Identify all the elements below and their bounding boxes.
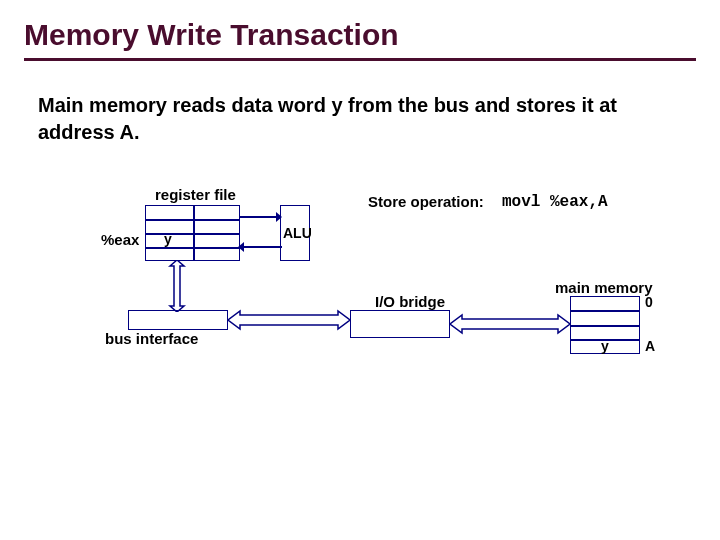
mem-addr-a-label: A bbox=[645, 338, 655, 354]
title-underline bbox=[24, 58, 696, 61]
io-bridge-label: I/O bridge bbox=[375, 293, 445, 310]
svg-marker-1 bbox=[276, 212, 282, 222]
eax-label: %eax bbox=[101, 231, 139, 248]
svg-marker-5 bbox=[228, 311, 350, 329]
mem-zero-label: 0 bbox=[645, 294, 653, 310]
mem-row-2 bbox=[570, 325, 640, 327]
main-memory-label: main memory bbox=[555, 279, 653, 296]
alu-label: ALU bbox=[283, 225, 312, 241]
svg-marker-3 bbox=[238, 242, 244, 252]
regfile-col-div bbox=[193, 205, 195, 261]
io-bridge-box bbox=[350, 310, 450, 338]
svg-marker-4 bbox=[170, 260, 184, 312]
bus-to-iobridge-arrow bbox=[228, 309, 350, 331]
slide-title: Memory Write Transaction bbox=[24, 18, 399, 52]
register-y-value: y bbox=[164, 231, 172, 247]
bus-interface-box bbox=[128, 310, 228, 330]
svg-marker-6 bbox=[450, 315, 570, 333]
store-operation-label: Store operation: bbox=[368, 193, 484, 210]
mem-row-1 bbox=[570, 310, 640, 312]
regfile-bus-arrow bbox=[160, 260, 194, 312]
register-file-label: register file bbox=[155, 186, 236, 203]
mem-y-value: y bbox=[601, 338, 609, 354]
slide-subtitle: Main memory reads data word y from the b… bbox=[38, 92, 668, 146]
alu-to-regfile-arrow bbox=[238, 240, 282, 254]
store-instruction: movl %eax,A bbox=[502, 193, 608, 211]
bus-interface-label: bus interface bbox=[105, 330, 198, 347]
regfile-to-alu-arrow bbox=[238, 210, 282, 224]
iobridge-to-memory-arrow bbox=[450, 313, 570, 335]
